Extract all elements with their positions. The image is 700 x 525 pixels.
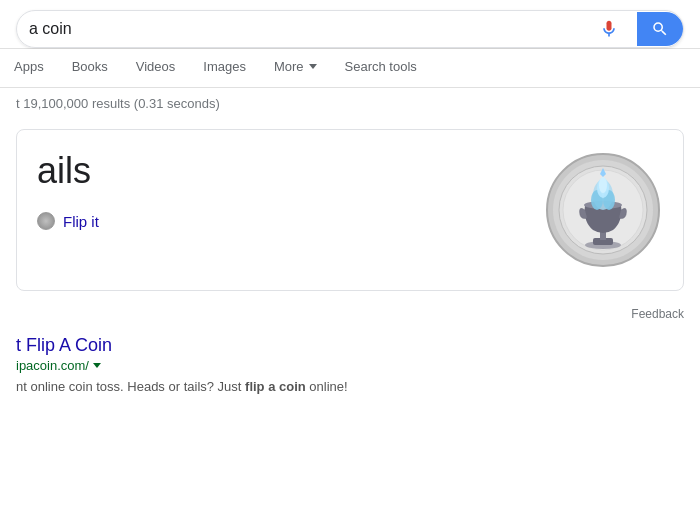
- search-bar-area: a coin: [0, 0, 700, 49]
- mic-button[interactable]: [599, 19, 619, 39]
- coin-icon-small: [37, 212, 55, 230]
- coin-result-title: ails: [37, 150, 523, 192]
- chevron-down-icon: [93, 363, 101, 368]
- result-title-link-0[interactable]: t Flip A Coin: [16, 335, 684, 356]
- feedback-row[interactable]: Feedback: [0, 301, 700, 327]
- search-button[interactable]: [637, 12, 683, 46]
- tab-more-label: More: [274, 59, 304, 74]
- flip-it-row: Flip it: [37, 212, 523, 230]
- flip-it-link[interactable]: Flip it: [63, 213, 99, 230]
- tab-search-tools[interactable]: Search tools: [331, 49, 431, 87]
- coin-flip-left: ails Flip it: [37, 150, 523, 230]
- chevron-down-icon: [309, 64, 317, 69]
- feedback-label: Feedback: [631, 307, 684, 321]
- tab-more[interactable]: More: [260, 49, 331, 87]
- tab-books-label: Books: [72, 59, 108, 74]
- search-input[interactable]: a coin: [29, 20, 599, 38]
- coin-illustration: [543, 150, 663, 270]
- result-url-0: ipacoin.com/: [16, 358, 89, 373]
- tab-books[interactable]: Books: [58, 49, 122, 87]
- result-snippet-0: nt online coin toss. Heads or tails? Jus…: [16, 377, 684, 397]
- tab-apps[interactable]: Apps: [0, 49, 58, 87]
- coin-flip-card: ails Flip it: [16, 129, 684, 291]
- result-url-row-0: ipacoin.com/: [16, 358, 684, 373]
- tab-search-tools-label: Search tools: [345, 59, 417, 74]
- search-bar: a coin: [16, 10, 684, 48]
- tab-videos-label: Videos: [136, 59, 176, 74]
- results-count-text: t 19,100,000 results (0.31 seconds): [16, 96, 220, 111]
- tab-videos[interactable]: Videos: [122, 49, 190, 87]
- mic-icon: [599, 19, 619, 39]
- nav-tabs: Apps Books Videos Images More Search too…: [0, 49, 700, 88]
- search-icon: [651, 20, 669, 38]
- results-count: t 19,100,000 results (0.31 seconds): [0, 88, 700, 119]
- svg-point-12: [599, 177, 607, 193]
- tab-images[interactable]: Images: [189, 49, 260, 87]
- tab-apps-label: Apps: [14, 59, 44, 74]
- search-result-0: t Flip A Coin ipacoin.com/ nt online coi…: [0, 327, 700, 405]
- tab-images-label: Images: [203, 59, 246, 74]
